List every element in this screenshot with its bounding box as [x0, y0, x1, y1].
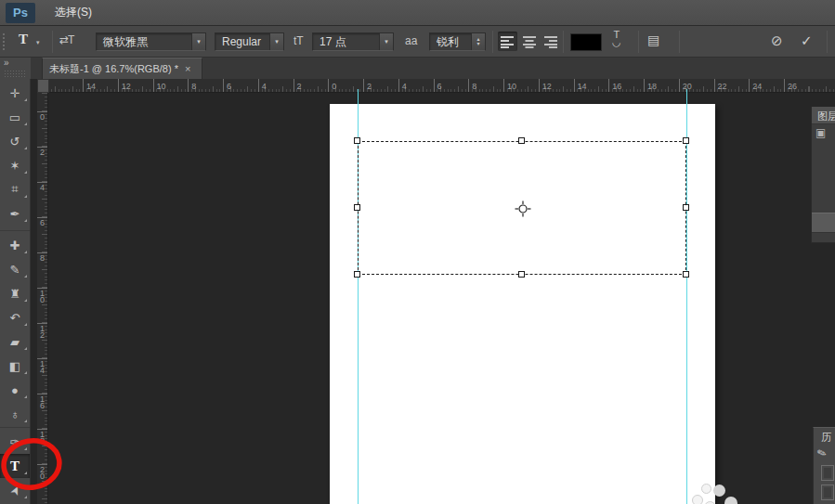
top-ruler-label: 8 [188, 79, 196, 92]
magic-wand-tool[interactable]: ✶ [0, 153, 30, 177]
transform-handle[interactable] [683, 204, 689, 211]
top-ruler-label: 4 [258, 79, 267, 92]
layers-panel: 图层 ▣ [811, 107, 835, 243]
workspace: 141210864202468101214161820222426 024681… [0, 79, 835, 504]
left-ruler-label: 1 0 [37, 288, 47, 304]
font-family-select[interactable]: 微软雅黑 ▾ [96, 32, 206, 51]
tools-panel-grip[interactable] [4, 70, 27, 77]
marquee-tool-icon: ▭ [9, 110, 20, 124]
clone-stamp-tool-icon: ♜ [9, 287, 20, 301]
close-icon[interactable]: × [185, 63, 190, 74]
align-center-icon[interactable] [519, 32, 539, 51]
photoshop-window: Ps 文件(F)编辑(E)图像(I)图层(L)文字(Y)选择(S)滤镜(T)3D… [0, 0, 835, 504]
ruler-origin-corner[interactable] [37, 79, 49, 93]
move-tool[interactable]: ✛ [0, 81, 30, 105]
gradient-tool[interactable]: ◧ [0, 354, 30, 378]
transform-handle[interactable] [683, 271, 689, 278]
panel-thumbnail[interactable] [821, 485, 834, 500]
layers-icon[interactable]: ▣ [812, 124, 835, 139]
menu-item-5[interactable]: 选择(S) [45, 0, 105, 25]
top-ruler-label: 12 [539, 79, 552, 92]
pen-icon: ✎ [812, 446, 828, 462]
top-ruler-label: 6 [434, 79, 442, 92]
collapse-panel-icon[interactable]: » [4, 58, 9, 68]
brush-tool[interactable]: ✎ [0, 257, 30, 281]
transform-handle[interactable] [354, 204, 360, 211]
cancel-edits-button[interactable]: ⊘ [771, 32, 783, 49]
top-ruler-label: 10 [153, 79, 166, 92]
chevron-down-icon[interactable]: ▾ [379, 33, 393, 50]
lasso-tool[interactable]: ↺ [0, 129, 30, 153]
top-ruler-label: 2 [294, 79, 302, 92]
blur-tool[interactable]: ● [0, 378, 30, 402]
transform-handle[interactable] [518, 137, 525, 144]
separator [827, 31, 828, 53]
separator [638, 31, 639, 53]
lasso-tool-icon: ↺ [10, 135, 20, 149]
top-ruler-label: 12 [118, 79, 131, 92]
dodge-tool[interactable]: ♁ [0, 402, 30, 426]
toggle-character-panel-icon[interactable]: ▤ [647, 32, 659, 47]
brush-tool-icon: ✎ [10, 263, 20, 277]
align-right-icon[interactable] [540, 32, 559, 51]
collapsed-panel-dock[interactable]: 历 ✎ [813, 427, 835, 504]
crop-tool[interactable]: ⌗ [0, 177, 30, 201]
top-ruler-label: 4 [398, 79, 407, 92]
top-ruler-label: 10 [503, 79, 516, 92]
chevron-down-icon[interactable]: ▾ [36, 39, 40, 46]
type-tool-preset-icon[interactable]: T [19, 32, 28, 47]
chevron-down-icon[interactable]: ▾ [191, 33, 205, 50]
commit-edits-button[interactable]: ✓ [801, 32, 813, 49]
font-style-select[interactable]: Regular ▾ [215, 32, 284, 51]
menu-bar: Ps 文件(F)编辑(E)图像(I)图层(L)文字(Y)选择(S)滤镜(T)3D… [0, 0, 835, 26]
healing-brush-tool[interactable]: ✚ [0, 233, 30, 257]
separator [492, 31, 493, 53]
photoshop-logo: Ps [6, 3, 35, 23]
chevron-down-icon[interactable]: ▾ [269, 33, 283, 50]
align-left-icon[interactable] [498, 32, 517, 51]
font-size-select[interactable]: 17 点 ▾ [312, 32, 394, 51]
panel-thumbnail[interactable] [821, 465, 834, 481]
left-ruler-label: 1 6 [37, 394, 47, 409]
top-ruler[interactable]: 141210864202468101214161820222426 [37, 79, 835, 93]
transform-handle[interactable] [354, 271, 360, 278]
anti-alias-select[interactable]: 锐利 ▴ ▾ [429, 32, 486, 51]
transform-handle[interactable] [354, 137, 360, 144]
left-ruler-label: 8 [37, 252, 47, 262]
vertical-guide-right[interactable] [686, 89, 687, 504]
font-size-value: 17 点 [313, 34, 379, 50]
left-ruler-label: 2 [37, 147, 47, 156]
watermark-dot [724, 497, 737, 504]
top-ruler-label: 2 [363, 79, 372, 92]
font-family-value: 微软雅黑 [97, 34, 191, 50]
align-center-glyph [522, 35, 537, 48]
align-right-glyph [542, 35, 557, 48]
left-ruler-label: 1 4 [37, 358, 47, 374]
left-ruler-label: 1 2 [37, 323, 47, 339]
marquee-tool[interactable]: ▭ [0, 105, 30, 129]
toggle-text-orientation-icon[interactable]: ⇄T [59, 33, 73, 46]
top-ruler-label: 18 [644, 79, 657, 92]
eraser-tool[interactable]: ▰ [0, 330, 30, 354]
watermark-dot [713, 485, 725, 497]
spinner-arrows-icon[interactable]: ▴ ▾ [471, 33, 485, 50]
clone-stamp-tool[interactable]: ♜ [0, 281, 30, 305]
options-grip[interactable] [2, 32, 6, 51]
document-tab[interactable]: 未标题-1 @ 16.7%(RGB/8) * × [42, 58, 202, 79]
history-brush-tool[interactable]: ↶ [0, 305, 30, 330]
layers-panel-title[interactable]: 图层 [812, 107, 835, 124]
move-tool-icon: ✛ [10, 86, 20, 100]
top-ruler-label: 0 [328, 79, 336, 92]
transform-handle[interactable] [683, 137, 689, 144]
top-ruler-label: 14 [83, 79, 96, 92]
transform-handle[interactable] [518, 271, 525, 278]
watermark-dot [692, 495, 703, 504]
history-brush-tool-icon: ↶ [10, 311, 20, 325]
eyedropper-tool[interactable]: ✒ [0, 201, 30, 226]
top-ruler-label: 8 [468, 79, 476, 92]
type-tool-options-bar: T ▾ ⇄T 微软雅黑 ▾ Regular ▾ tT 17 点 ▾ aa 锐利 … [0, 26, 835, 58]
text-color-swatch[interactable] [570, 33, 602, 51]
warp-text-icon[interactable]: T ◡ [612, 31, 621, 45]
red-annotation-circle [0, 436, 67, 494]
top-ruler-label: 6 [223, 79, 231, 92]
